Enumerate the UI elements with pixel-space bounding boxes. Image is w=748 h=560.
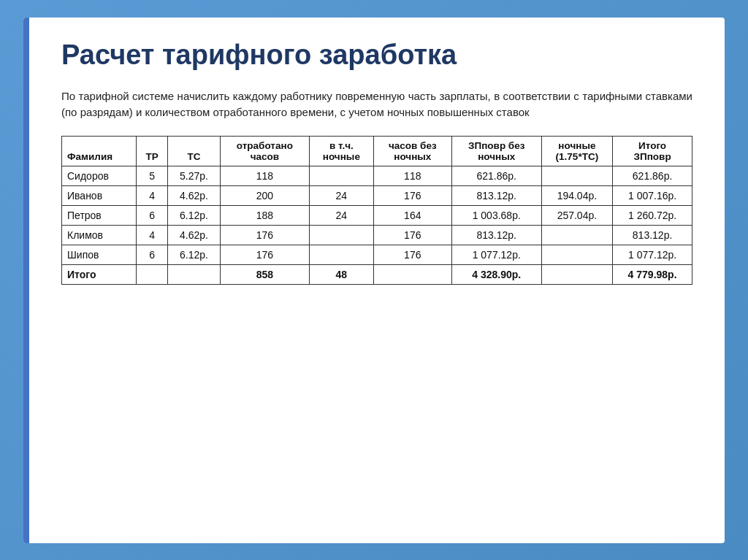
table-header-row: Фамилия ТР ТС отработаночасов в т.ч.ночн…: [62, 136, 692, 166]
cell-total: 1 007.16р.: [613, 185, 692, 205]
cell-hours_no_night: 176: [373, 185, 451, 205]
table-wrapper: Фамилия ТР ТС отработаночасов в т.ч.ночн…: [61, 136, 692, 285]
total-cell-zp_no_night: 4 328.90р.: [451, 264, 541, 284]
cell-hours_no_night: 164: [373, 205, 451, 225]
cell-zp_no_night: 621.86р.: [451, 166, 541, 185]
cell-family: Сидоров: [62, 166, 137, 185]
cell-night_inc: [309, 166, 373, 185]
table-row: Климов44.62р.176176813.12р.813.12р.: [62, 225, 692, 245]
cell-night_rate: 257.04р.: [541, 205, 613, 225]
cell-family: Климов: [62, 225, 137, 245]
total-cell-night_inc: 48: [309, 264, 373, 284]
col-tr: ТР: [137, 136, 168, 166]
total-cell-total: 4 779.98р.: [613, 264, 692, 284]
cell-night_rate: [541, 166, 613, 185]
cell-worked: 176: [220, 245, 309, 264]
cell-total: 621.86р.: [613, 166, 692, 185]
page-title: Расчет тарифного заработка: [61, 39, 695, 71]
total-cell-tr: [137, 264, 168, 284]
cell-total: 1 260.72р.: [613, 205, 692, 225]
cell-tr: 4: [137, 225, 168, 245]
cell-hours_no_night: 176: [373, 225, 451, 245]
cell-tr: 6: [137, 245, 168, 264]
cell-ts: 5.27р.: [168, 166, 221, 185]
cell-tr: 4: [137, 185, 168, 205]
table-row: Шипов66.12р.1761761 077.12р.1 077.12р.: [62, 245, 692, 264]
total-cell-family: Итого: [62, 264, 137, 284]
cell-family: Шипов: [62, 245, 137, 264]
cell-night_rate: [541, 225, 613, 245]
col-night-rate: ночные(1.75*ТС): [541, 136, 613, 166]
col-family: Фамилия: [62, 136, 137, 166]
col-ts: ТС: [168, 136, 221, 166]
col-total: ИтогоЗПповр: [613, 136, 692, 166]
total-row: Итого858484 328.90р.4 779.98р.: [62, 264, 692, 284]
cell-night_rate: [541, 245, 613, 264]
cell-hours_no_night: 118: [373, 166, 451, 185]
cell-worked: 188: [220, 205, 309, 225]
table-row: Петров66.12р.188241641 003.68р.257.04р.1…: [62, 205, 692, 225]
table-row: Иванов44.62р.20024176813.12р.194.04р.1 0…: [62, 185, 692, 205]
total-cell-worked: 858: [220, 264, 309, 284]
cell-family: Петров: [62, 205, 137, 225]
cell-ts: 6.12р.: [168, 245, 221, 264]
cell-zp_no_night: 813.12р.: [451, 225, 541, 245]
slide: Расчет тарифного заработка По тарифной с…: [23, 18, 725, 543]
cell-zp_no_night: 1 077.12р.: [451, 245, 541, 264]
data-table: Фамилия ТР ТС отработаночасов в т.ч.ночн…: [61, 136, 692, 285]
cell-tr: 5: [137, 166, 168, 185]
cell-tr: 6: [137, 205, 168, 225]
total-cell-ts: [168, 264, 221, 284]
col-worked: отработаночасов: [220, 136, 309, 166]
cell-total: 1 077.12р.: [613, 245, 692, 264]
cell-night_inc: 24: [309, 185, 373, 205]
table-row: Сидоров55.27р.118118621.86р.621.86р.: [62, 166, 692, 185]
total-cell-night_rate: [541, 264, 613, 284]
cell-night_inc: [309, 245, 373, 264]
cell-worked: 118: [220, 166, 309, 185]
description-text: По тарифной системе начислить каждому ра…: [61, 88, 692, 121]
cell-ts: 4.62р.: [168, 185, 221, 205]
cell-night_rate: 194.04р.: [541, 185, 613, 205]
cell-worked: 200: [220, 185, 309, 205]
cell-family: Иванов: [62, 185, 137, 205]
cell-worked: 176: [220, 225, 309, 245]
cell-zp_no_night: 813.12р.: [451, 185, 541, 205]
col-night-inc: в т.ч.ночные: [309, 136, 373, 166]
col-hours-no-night: часов безночных: [373, 136, 451, 166]
cell-night_inc: [309, 225, 373, 245]
cell-total: 813.12р.: [613, 225, 692, 245]
cell-ts: 6.12р.: [168, 205, 221, 225]
total-cell-hours_no_night: [373, 264, 451, 284]
cell-ts: 4.62р.: [168, 225, 221, 245]
cell-zp_no_night: 1 003.68р.: [451, 205, 541, 225]
cell-night_inc: 24: [309, 205, 373, 225]
col-zp-no-night: ЗПповр безночных: [451, 136, 541, 166]
cell-hours_no_night: 176: [373, 245, 451, 264]
